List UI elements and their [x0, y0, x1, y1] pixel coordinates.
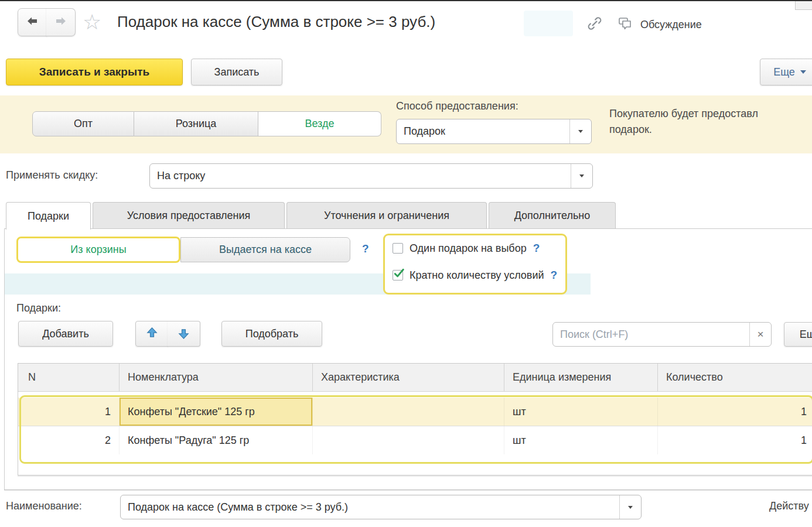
dropdown-arrow-icon — [579, 174, 584, 177]
provision-hint-line2: подарок. — [609, 122, 812, 138]
cell-n[interactable]: 1 — [18, 398, 120, 426]
window-edge-fragment — [795, 1, 812, 10]
column-header-quantity[interactable]: Количество — [658, 364, 812, 391]
save-and-close-button[interactable]: Записать и закрыть — [6, 59, 183, 85]
cell-nomenclature[interactable]: Конфеты "Радуга" 125 гр — [120, 426, 313, 454]
dropdown-arrow-icon — [628, 506, 633, 509]
more-button-table[interactable]: Еще — [784, 322, 812, 347]
move-down-button[interactable] — [168, 321, 200, 347]
apply-discount-value: На строку — [150, 164, 571, 188]
panel-bottom-border — [4, 490, 812, 490]
down-arrow-icon — [178, 328, 189, 340]
dropdown-button[interactable] — [619, 495, 641, 519]
search-clear-button[interactable]: × — [749, 323, 771, 346]
form-window: ☆ Подарок на кассе (Сумма в строке >= 3 … — [0, 0, 812, 527]
validity-label: Действу — [769, 500, 809, 512]
cell-quantity[interactable]: 1 — [658, 426, 812, 454]
tab-additional[interactable]: Дополнительно — [489, 202, 616, 228]
more-button-top[interactable]: Еще — [760, 59, 812, 85]
tab-gifts[interactable]: Подарки — [6, 202, 91, 230]
provision-method-label: Способ предоставления: — [396, 100, 518, 112]
up-arrow-icon — [146, 327, 158, 341]
tab-clarifications[interactable]: Уточнения и ограничения — [286, 202, 487, 228]
gifts-table: N Номенклатура Характеристика Единица из… — [18, 363, 812, 475]
toggle-from-cart[interactable]: Из корзины — [16, 237, 180, 263]
add-button[interactable]: Добавить — [18, 321, 113, 347]
more-button-label: Еще — [773, 66, 795, 78]
column-header-unit[interactable]: Единица измерения — [504, 364, 658, 391]
forward-arrow-icon — [54, 16, 67, 28]
back-button[interactable] — [18, 8, 47, 36]
favorite-star-button[interactable]: ☆ — [83, 9, 101, 35]
provision-hint-line1: Покупателю будет предоставл — [609, 106, 812, 122]
provision-method-select[interactable]: Подарок — [396, 119, 592, 144]
option-label: Кратно количеству условий — [410, 269, 544, 282]
discussion-button[interactable]: Обсуждение — [617, 15, 702, 34]
name-label: Наименование: — [6, 500, 82, 512]
dropdown-arrow-icon — [578, 130, 583, 133]
column-header-n[interactable]: N — [18, 364, 120, 391]
option-multiple-of-conditions[interactable]: Кратно количеству условий ? — [393, 269, 557, 282]
discussion-icon — [617, 15, 633, 34]
toggle-help-button[interactable]: ? — [362, 242, 369, 255]
table-header-row: N Номенклатура Характеристика Единица из… — [18, 364, 812, 392]
star-icon: ☆ — [83, 10, 101, 34]
discussion-label: Обсуждение — [640, 19, 702, 31]
search-input[interactable] — [553, 323, 749, 346]
page-title: Подарок на кассе (Сумма в строке >= 3 ру… — [117, 13, 435, 31]
panel-left-border — [4, 228, 5, 490]
provision-hint: Покупателю будет предоставл подарок. — [609, 106, 812, 138]
pick-button[interactable]: Подобрать — [221, 321, 322, 347]
unchecked-checkbox — [393, 243, 403, 254]
gift-options-group: Один подарок на выбор ? Кратно количеств… — [383, 234, 567, 295]
move-up-button[interactable] — [135, 321, 168, 347]
cell-nomenclature[interactable]: Конфеты "Детские" 125 гр — [120, 398, 313, 426]
table-row[interactable]: 2 Конфеты "Радуга" 125 гр шт 1 — [18, 426, 812, 454]
tab-conditions[interactable]: Условия предоставления — [93, 202, 285, 228]
top-edge-line — [0, 0, 812, 1]
copy-link-button[interactable] — [586, 15, 603, 35]
option-single-gift[interactable]: Один подарок на выбор ? — [393, 242, 540, 255]
provision-method-value: Подарок — [397, 119, 569, 143]
cell-unit[interactable]: шт — [504, 398, 658, 426]
cell-quantity[interactable]: 1 — [658, 398, 812, 426]
cell-n[interactable]: 2 — [18, 426, 120, 454]
checked-checkbox — [393, 270, 403, 280]
save-button[interactable]: Записать — [191, 59, 282, 85]
dropdown-button[interactable] — [571, 164, 592, 188]
cell-characteristic[interactable] — [313, 398, 504, 426]
panel-top-border — [4, 228, 812, 229]
forward-button[interactable] — [46, 8, 76, 36]
caret-down-icon — [800, 70, 806, 74]
search-box: × — [552, 322, 772, 347]
check-icon — [394, 269, 404, 278]
column-header-nomenclature[interactable]: Номенклатура — [120, 364, 313, 391]
column-header-characteristic[interactable]: Характеристика — [313, 364, 504, 391]
table-row[interactable]: 1 Конфеты "Детские" 125 гр шт 1 — [18, 398, 812, 426]
toggle-issued-at-checkout[interactable]: Выдается на кассе — [180, 237, 350, 262]
name-value: Подарок на кассе (Сумма в строке >= 3 ру… — [121, 495, 619, 519]
link-icon — [586, 24, 603, 34]
apply-discount-select[interactable]: На строку — [149, 163, 593, 189]
cell-unit[interactable]: шт — [504, 426, 658, 454]
help-icon[interactable]: ? — [551, 269, 558, 282]
segment-roznitsa[interactable]: Розница — [134, 111, 258, 136]
cell-characteristic[interactable] — [313, 426, 504, 454]
option-label: Один подарок на выбор — [410, 242, 527, 255]
segment-opt[interactable]: Опт — [32, 111, 134, 136]
segment-vezde[interactable]: Везде — [258, 111, 381, 136]
dropdown-button[interactable] — [569, 119, 591, 143]
apply-discount-label: Применять скидку: — [6, 169, 98, 182]
name-select[interactable]: Подарок на кассе (Сумма в строке >= 3 ру… — [120, 495, 642, 519]
back-arrow-icon — [26, 16, 39, 28]
gifts-section-label: Подарки: — [16, 302, 61, 314]
help-icon[interactable]: ? — [533, 242, 540, 255]
header-highlight — [524, 11, 573, 36]
